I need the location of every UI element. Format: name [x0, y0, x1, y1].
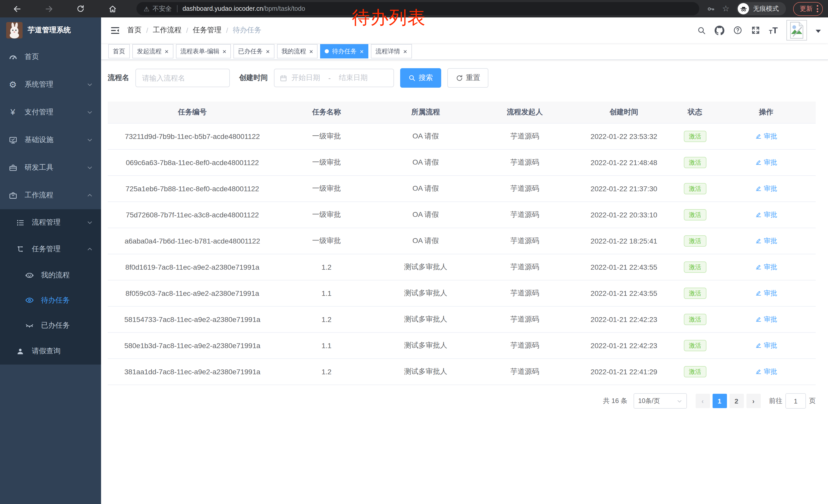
reset-button[interactable]: 重置	[447, 68, 488, 88]
cell-task-name: 一级审批	[277, 123, 376, 149]
cell-status: 激活	[673, 359, 717, 385]
prev-page-button[interactable]: ‹	[695, 394, 710, 408]
sidebar-item-done-tasks[interactable]: 已办任务	[0, 313, 101, 338]
tab-close-icon[interactable]: ×	[266, 48, 270, 55]
next-page-button[interactable]: ›	[746, 394, 760, 408]
search-icon[interactable]	[697, 26, 706, 35]
date-range-input[interactable]: 开始日期 - 结束日期	[274, 69, 394, 87]
font-size-icon[interactable]: TT	[769, 26, 778, 35]
create-time-label: 创建时间	[239, 73, 268, 83]
cell-starter: 芋道源码	[475, 149, 574, 176]
approve-button[interactable]: 审批	[755, 263, 777, 272]
approve-button[interactable]: 审批	[755, 341, 777, 350]
fullscreen-icon[interactable]	[751, 26, 760, 35]
user-icon	[15, 347, 25, 356]
sidebar-item-my-process[interactable]: 我的流程	[0, 263, 101, 288]
breadcrumb-current: 待办任务	[233, 26, 261, 35]
avatar[interactable]	[786, 20, 807, 41]
cell-status: 激活	[673, 280, 717, 306]
column-header-task-name: 任务名称	[277, 101, 376, 123]
password-key-icon[interactable]	[706, 4, 715, 13]
briefcase-icon	[8, 191, 17, 200]
status-badge: 激活	[684, 183, 706, 194]
breadcrumb-home[interactable]: 首页	[127, 26, 141, 35]
page-size-select[interactable]: 10条/页	[633, 393, 687, 409]
cell-process: OA 请假	[376, 228, 475, 254]
main-area: 首页 / 工作流程 / 任务管理 / 待办任务	[101, 17, 828, 504]
status-badge: 激活	[684, 157, 706, 169]
search-button[interactable]: 搜索	[400, 68, 441, 88]
cell-create-time: 2022-01-21 22:43:55	[574, 280, 673, 306]
cell-task-id: 580e1b3d-7ac8-11ec-a9e2-a2380e71991a	[108, 332, 277, 359]
browser-back-button[interactable]	[8, 2, 26, 16]
browser-home-button[interactable]	[104, 2, 121, 16]
tab[interactable]: 流程详情 ×	[371, 44, 412, 58]
approve-button[interactable]: 审批	[755, 210, 777, 220]
breadcrumb-task-mgmt[interactable]: 任务管理	[193, 26, 222, 35]
url-host: dashboard.yudao.iocoder.cn	[182, 5, 263, 12]
cell-status: 激活	[673, 228, 717, 254]
tab[interactable]: 发起流程 ×	[132, 44, 173, 58]
sidebar-item-infra[interactable]: 基础设施	[0, 126, 101, 154]
breadcrumb-workflow[interactable]: 工作流程	[153, 26, 181, 35]
sidebar-item-devtools[interactable]: 研发工具	[0, 154, 101, 182]
cell-starter: 芋道源码	[475, 254, 574, 280]
cell-create-time: 2022-01-22 18:25:41	[574, 228, 673, 254]
approve-button[interactable]: 审批	[755, 236, 777, 245]
tab-close-icon[interactable]: ×	[222, 48, 226, 55]
github-icon[interactable]	[715, 26, 724, 35]
todo-task-table: 任务编号 任务名称 所属流程 流程发起人 创建时间 状态 操作 73211d9d…	[108, 101, 816, 385]
tab-close-icon[interactable]: ×	[165, 48, 169, 55]
approve-button[interactable]: 审批	[755, 132, 777, 141]
approve-button[interactable]: 审批	[755, 289, 777, 298]
sidebar-item-payment[interactable]: ¥ 支付管理	[0, 98, 101, 126]
page-number-button[interactable]: 2	[729, 394, 744, 408]
browser-forward-button[interactable]	[40, 2, 57, 16]
sidebar-item-leave-query[interactable]: 请假查询	[0, 338, 101, 365]
sidebar-item-task-mgmt[interactable]: 任务管理	[0, 236, 101, 263]
cell-task-name: 1.2	[277, 306, 376, 332]
browser-menu-icon[interactable]	[817, 5, 818, 12]
sidebar-item-todo-tasks[interactable]: 待办任务	[0, 288, 101, 313]
sidebar-item-home[interactable]: 首页	[0, 43, 101, 71]
sidebar-item-workflow[interactable]: 工作流程	[0, 182, 101, 209]
chevron-down-icon	[87, 220, 93, 226]
process-name-input[interactable]	[135, 69, 230, 87]
tab[interactable]: 流程表单-编辑 ×	[176, 44, 231, 58]
sidebar-item-system[interactable]: ⚙ 系统管理	[0, 71, 101, 98]
url-path: /bpm/task/todo	[263, 5, 305, 12]
page-jump-input[interactable]	[785, 393, 806, 409]
cell-task-id: a6aba0a4-7b6d-11ec-b781-acde48001122	[108, 228, 277, 254]
chevron-up-icon	[87, 192, 93, 198]
page-number-button[interactable]: 1	[712, 394, 727, 408]
tab[interactable]: 首页	[108, 44, 130, 58]
sidebar-item-process-mgmt[interactable]: 流程管理	[0, 209, 101, 236]
dashboard-icon	[8, 53, 17, 61]
chevron-down-icon	[87, 82, 93, 88]
tab[interactable]: 已办任务 ×	[234, 44, 274, 58]
browser-reload-button[interactable]	[72, 2, 89, 16]
tab-close-icon[interactable]: ×	[360, 48, 364, 55]
cell-action: 审批	[716, 306, 816, 332]
sidebar-collapse-icon[interactable]	[110, 26, 120, 35]
approve-button[interactable]: 审批	[755, 184, 777, 193]
avatar-caret-icon[interactable]	[816, 30, 821, 35]
browser-update-button[interactable]: 更新	[793, 2, 823, 16]
cell-starter: 芋道源码	[475, 176, 574, 202]
tab-close-icon[interactable]: ×	[403, 48, 407, 55]
approve-button[interactable]: 审批	[755, 158, 777, 167]
approve-button[interactable]: 审批	[755, 315, 777, 324]
tab-close-icon[interactable]: ×	[309, 48, 313, 55]
tab[interactable]: 我的流程 ×	[277, 44, 318, 58]
cell-process: OA 请假	[376, 202, 475, 228]
app-logo	[6, 22, 23, 39]
help-icon[interactable]	[733, 26, 742, 35]
app-logo-row[interactable]: 芋道管理系统	[0, 17, 101, 43]
approve-button[interactable]: 审批	[755, 367, 777, 376]
bookmark-star-icon[interactable]: ☆	[722, 5, 730, 13]
tab[interactable]: 待办任务 ×	[320, 44, 368, 58]
cell-task-name: 1.2	[277, 359, 376, 385]
site-security-section[interactable]: ⚠ 不安全	[143, 4, 172, 13]
cell-starter: 芋道源码	[475, 359, 574, 385]
status-badge: 激活	[684, 340, 706, 352]
